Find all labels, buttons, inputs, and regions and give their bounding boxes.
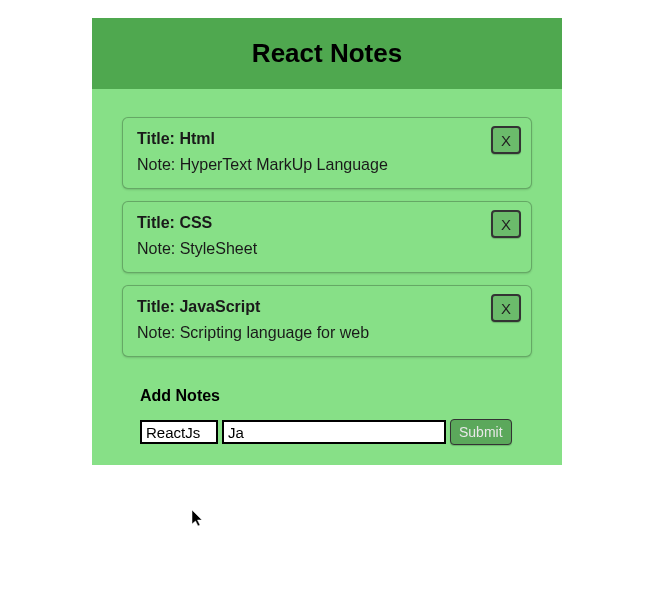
- title-input[interactable]: [140, 420, 218, 444]
- note-title: Title: Html: [137, 130, 517, 148]
- mouse-cursor-icon: [192, 510, 206, 532]
- note-card: X Title: JavaScript Note: Scripting lang…: [122, 285, 532, 357]
- note-title: Title: JavaScript: [137, 298, 517, 316]
- app-container: React Notes X Title: Html Note: HyperTex…: [92, 18, 562, 465]
- note-body: Note: Scripting language for web: [137, 324, 517, 342]
- note-input[interactable]: [222, 420, 446, 444]
- app-header: React Notes: [92, 18, 562, 89]
- note-body: Note: StyleSheet: [137, 240, 517, 258]
- note-card: X Title: Html Note: HyperText MarkUp Lan…: [122, 117, 532, 189]
- add-notes-heading: Add Notes: [140, 387, 532, 405]
- app-title: React Notes: [92, 38, 562, 69]
- form-row: Submit: [140, 419, 532, 445]
- delete-note-button[interactable]: X: [491, 126, 521, 154]
- delete-note-button[interactable]: X: [491, 294, 521, 322]
- note-card: X Title: CSS Note: StyleSheet: [122, 201, 532, 273]
- content-area: X Title: Html Note: HyperText MarkUp Lan…: [92, 89, 562, 465]
- add-notes-section: Add Notes Submit: [122, 387, 532, 445]
- submit-button[interactable]: Submit: [450, 419, 512, 445]
- note-title: Title: CSS: [137, 214, 517, 232]
- note-body: Note: HyperText MarkUp Language: [137, 156, 517, 174]
- delete-note-button[interactable]: X: [491, 210, 521, 238]
